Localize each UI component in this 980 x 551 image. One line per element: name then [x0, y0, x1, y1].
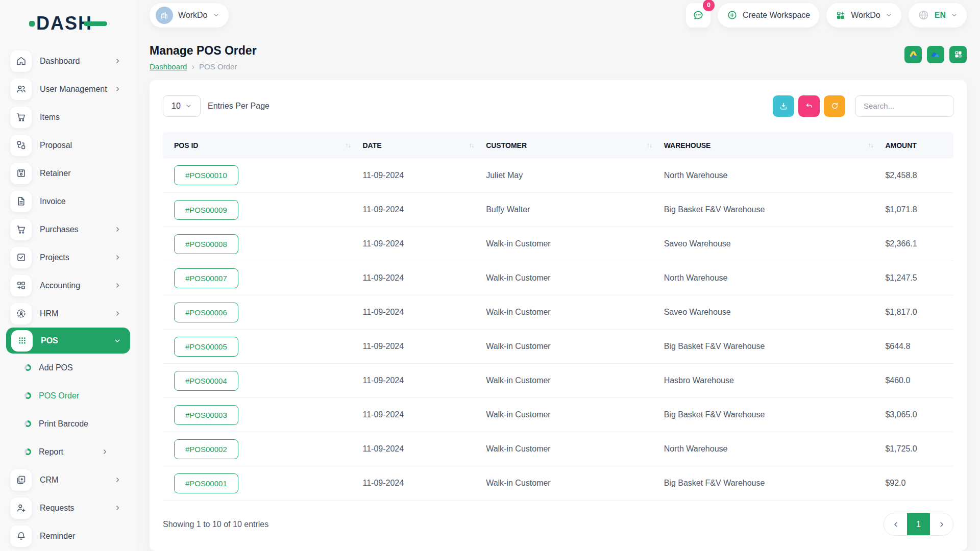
reset-button[interactable]: [798, 95, 820, 117]
breadcrumb-dashboard-link[interactable]: Dashboard: [150, 62, 187, 71]
sidebar-item-retainer[interactable]: Retainer: [0, 159, 136, 187]
table-row: #POS00010 11-09-2024 Juliet May North Wa…: [163, 159, 953, 193]
sidebar-item-reminder[interactable]: Reminder: [0, 522, 136, 550]
sidebar-item-requests[interactable]: Requests: [0, 494, 136, 522]
bullet-icon: [24, 420, 31, 427]
create-workspace-button[interactable]: Create Workspace: [718, 3, 819, 28]
refresh-icon: [830, 102, 839, 110]
apps-grid-button[interactable]: [949, 46, 967, 63]
pos-id-link[interactable]: #POS00008: [174, 234, 238, 254]
brand-logo[interactable]: DASH: [0, 0, 136, 47]
column-header-warehouse[interactable]: WAREHOUSE↑↓: [658, 132, 879, 159]
grid-plus-icon: [10, 275, 32, 296]
sidebar-item-items[interactable]: Items: [0, 103, 136, 131]
sidebar-item-user-management[interactable]: User Management: [0, 75, 136, 103]
cell-customer: Walk-in Customer: [480, 227, 658, 261]
language-selector[interactable]: EN: [909, 3, 967, 28]
export-button[interactable]: [773, 95, 794, 117]
sidebar-item-accounting[interactable]: Accounting: [0, 271, 136, 299]
sort-icon[interactable]: ↑↓: [346, 142, 351, 149]
cell-amount: $2,366.1: [879, 227, 953, 261]
sidebar-subitem-print-barcode[interactable]: Print Barcode: [0, 410, 136, 438]
chevron-right-icon: [114, 310, 121, 317]
chevron-right-icon: [114, 477, 121, 483]
cell-warehouse: Saveo Warehouse: [658, 295, 879, 330]
column-header-amount[interactable]: AMOUNT: [879, 132, 953, 159]
sidebar-item-purchases[interactable]: Purchases: [0, 215, 136, 243]
entries-per-page-select[interactable]: 10: [163, 95, 201, 117]
sidebar-item-invoice[interactable]: Invoice: [0, 187, 136, 215]
chat-bubble-icon: [692, 9, 704, 21]
download-icon: [779, 102, 788, 111]
workdo-menu-button[interactable]: WorkDo: [826, 3, 901, 28]
pos-id-link[interactable]: #POS00009: [174, 200, 238, 220]
pos-id-link[interactable]: #POS00007: [174, 268, 238, 288]
page-content: Manage POS Order Dashboard › POS Order: [136, 31, 980, 551]
cell-customer: Juliet May: [480, 159, 658, 193]
cell-amount: $1,725.0: [879, 432, 953, 466]
sidebar-item-hrm[interactable]: HRM: [0, 299, 136, 328]
sort-icon[interactable]: ↑↓: [647, 142, 652, 149]
retainer-save-icon: [10, 163, 32, 184]
search-input[interactable]: [855, 95, 953, 117]
cart-icon: [10, 107, 32, 128]
pos-id-link[interactable]: #POS00002: [174, 439, 238, 459]
pos-id-link[interactable]: #POS00004: [174, 371, 238, 391]
cell-date: 11-09-2024: [357, 466, 480, 500]
logo-dash-icon: [84, 21, 107, 26]
sort-icon[interactable]: ↑↓: [469, 142, 474, 149]
column-header-customer[interactable]: CUSTOMER↑↓: [480, 132, 658, 159]
cell-amount: $644.8: [879, 330, 953, 364]
table-controls: 10 Entries Per Page: [163, 95, 953, 117]
prev-page-button[interactable]: [884, 513, 907, 535]
cell-amount: $1,247.5: [879, 261, 953, 295]
breadcrumb-current: POS Order: [199, 62, 237, 71]
pos-id-link[interactable]: #POS00010: [174, 165, 238, 185]
bell-icon: [10, 525, 32, 547]
app-root: DASH Dashboard User Management: [0, 0, 980, 551]
chevron-right-icon: [102, 448, 108, 455]
next-page-button[interactable]: [930, 513, 953, 535]
apps-grid-icon: [954, 50, 963, 59]
globe-icon: [918, 9, 929, 21]
page-1-button[interactable]: 1: [907, 513, 930, 535]
pos-id-link[interactable]: #POS00006: [174, 303, 238, 322]
page-header: Manage POS Order Dashboard › POS Order: [150, 44, 967, 71]
page-quick-actions: [904, 46, 967, 63]
sidebar-item-pos[interactable]: POS: [6, 328, 130, 354]
sidebar-subitem-report[interactable]: Report: [0, 438, 136, 466]
pos-id-link[interactable]: #POS00005: [174, 337, 238, 357]
cell-customer: Buffy Walter: [480, 193, 658, 227]
frame-icon: [10, 469, 32, 491]
google-drive-button[interactable]: [904, 46, 922, 63]
onedrive-button[interactable]: [927, 46, 944, 63]
messages-button[interactable]: 0: [686, 3, 710, 28]
sidebar-item-projects[interactable]: Projects: [0, 243, 136, 271]
topbar-actions: 0 Create Workspace WorkDo: [686, 3, 967, 28]
sidebar-item-crm[interactable]: CRM: [0, 466, 136, 494]
dots-grid-icon: [11, 330, 33, 352]
google-drive-icon: [909, 49, 918, 59]
sidebar-subitem-add-pos[interactable]: Add POS: [0, 354, 136, 382]
plus-circle-icon: [727, 10, 738, 20]
sidebar-item-dashboard[interactable]: Dashboard: [0, 47, 136, 75]
cell-amount: $1,817.0: [879, 295, 953, 330]
sidebar-item-label: Projects: [40, 253, 69, 262]
sidebar-item-proposal[interactable]: Proposal: [0, 131, 136, 159]
refresh-button[interactable]: [824, 95, 845, 117]
cell-date: 11-09-2024: [357, 193, 480, 227]
sort-icon[interactable]: ↑↓: [868, 142, 873, 149]
page-title: Manage POS Order: [150, 44, 257, 58]
cell-date: 11-09-2024: [357, 398, 480, 432]
create-workspace-label: Create Workspace: [743, 11, 810, 20]
column-header-date[interactable]: DATE↑↓: [357, 132, 480, 159]
sidebar-subitem-label: Print Barcode: [39, 419, 88, 429]
pos-id-link[interactable]: #POS00003: [174, 405, 238, 425]
sidebar-item-label: User Management: [40, 85, 107, 94]
chevron-right-icon: [114, 505, 121, 511]
sidebar-subitem-pos-order[interactable]: POS Order: [0, 382, 136, 410]
column-header-pos-id[interactable]: POS ID↑↓: [163, 132, 357, 159]
pos-id-link[interactable]: #POS00001: [174, 473, 238, 493]
workspace-selector[interactable]: WorkDo: [150, 3, 229, 28]
cell-date: 11-09-2024: [357, 227, 480, 261]
